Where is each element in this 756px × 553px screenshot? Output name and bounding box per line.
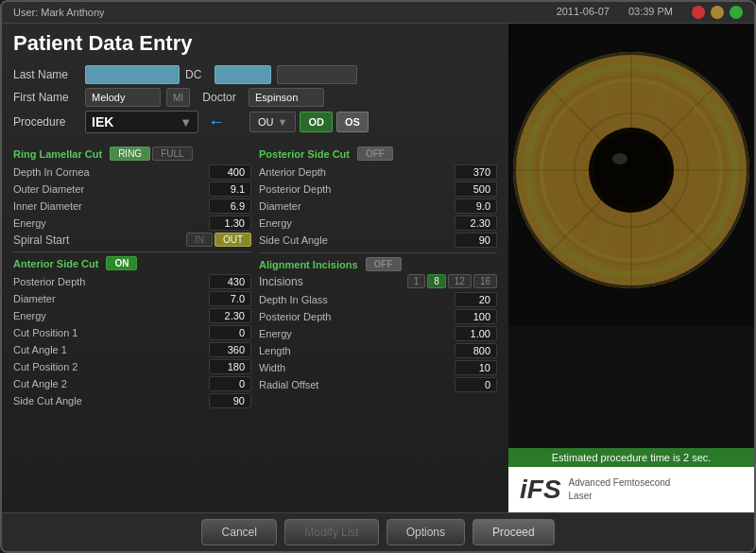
ifs-logo: iFS xyxy=(520,475,561,505)
proceed-button[interactable]: Proceed xyxy=(472,519,555,545)
post-depth-value[interactable]: 500 xyxy=(455,181,497,197)
ant-diameter-value[interactable]: 7.0 xyxy=(209,291,251,306)
spiral-out-btn[interactable]: OUT xyxy=(215,233,251,247)
post-side-cut-angle-row: Side Cut Angle 90 xyxy=(259,232,497,249)
ant-side-cut-angle-value[interactable]: 90 xyxy=(209,393,251,408)
post-depth-label: Posterior Depth xyxy=(259,183,331,195)
ant-post-depth-label: Posterior Depth xyxy=(13,276,85,287)
ring-toggle-btn[interactable]: RING xyxy=(110,147,150,161)
procedure-select[interactable]: IEK ▼ xyxy=(85,111,198,133)
bottom-bar: Cancel Modify List Options Proceed xyxy=(2,512,754,551)
mi-input[interactable] xyxy=(166,88,190,107)
inner-diameter-label: Inner Diameter xyxy=(13,200,82,212)
eye-combo[interactable]: OU ▼ xyxy=(249,112,296,132)
ifs-logo-text: iFS xyxy=(520,475,561,504)
post-side-cut-angle-label: Side Cut Angle xyxy=(259,234,328,246)
ant-depth-value[interactable]: 370 xyxy=(455,164,497,180)
os-button[interactable]: OS xyxy=(336,112,369,132)
svg-point-25 xyxy=(593,132,669,208)
modify-list-button[interactable]: Modify List xyxy=(284,519,378,545)
length-value[interactable]: 800 xyxy=(455,343,497,358)
procedure-time-text: Estimated procedure time is 2 sec. xyxy=(552,452,712,463)
ant-post-depth-value[interactable]: 430 xyxy=(209,274,251,289)
post-energy-label: Energy xyxy=(259,217,292,229)
full-toggle-btn[interactable]: FULL xyxy=(152,147,192,161)
width-value[interactable]: 10 xyxy=(455,360,497,375)
right-panel: Estimated procedure time is 2 sec. iFS A… xyxy=(508,24,754,512)
dc-label: DC xyxy=(185,68,209,81)
last-name-row: Last Name DC 01-16-1966 xyxy=(13,65,497,84)
dob-input[interactable]: 01-16-1966 xyxy=(277,65,357,84)
cut-angle1-row: Cut Angle 1 360 xyxy=(13,341,251,358)
align-post-depth-value[interactable]: 100 xyxy=(455,309,497,324)
sections-container: Ring Lamellar Cut RING FULL Depth In Cor… xyxy=(13,147,497,505)
first-name-row: First Name Doctor xyxy=(13,88,497,107)
procedure-label: Procedure xyxy=(13,115,79,129)
cancel-button[interactable]: Cancel xyxy=(201,519,277,545)
ant-diameter-row: Diameter 7.0 xyxy=(13,290,251,307)
minimize-button[interactable] xyxy=(711,6,724,19)
maximize-button[interactable] xyxy=(730,6,743,19)
cut-angle2-value[interactable]: 0 xyxy=(209,376,251,391)
anterior-header: Anterior Side Cut ON xyxy=(13,256,251,270)
ant-energy-label: Energy xyxy=(13,310,46,321)
outer-diameter-label: Outer Diameter xyxy=(13,183,84,195)
inner-diameter-row: Inner Diameter 6.9 xyxy=(13,198,251,215)
align-energy-label: Energy xyxy=(259,328,292,339)
procedure-row: Procedure IEK ▼ ← OU ▼ OD OS xyxy=(13,111,497,133)
cut-angle2-label: Cut Angle 2 xyxy=(13,378,67,389)
post-diameter-value[interactable]: 9.0 xyxy=(455,199,497,214)
ant-post-depth-row: Posterior Depth 430 xyxy=(13,273,251,290)
main-window: User: Mark Anthony 2011-06-07 03:39 PM P… xyxy=(0,0,756,553)
dc-input[interactable] xyxy=(215,65,271,84)
cut-pos1-value[interactable]: 0 xyxy=(209,325,251,340)
eye-image-container xyxy=(508,24,754,448)
eye-image xyxy=(508,24,754,326)
left-data-section: Ring Lamellar Cut RING FULL Depth In Cor… xyxy=(13,147,251,505)
post-energy-value[interactable]: 2.30 xyxy=(455,216,497,231)
depth-in-cornea-row: Depth In Cornea 400 xyxy=(13,164,251,181)
doctor-label: Doctor xyxy=(196,91,243,104)
alignment-header: Alignment Incisions OFF xyxy=(259,257,497,271)
first-name-input[interactable] xyxy=(85,88,161,107)
cut-pos2-value[interactable]: 180 xyxy=(209,359,251,374)
od-button[interactable]: OD xyxy=(300,112,333,132)
spiral-in-btn[interactable]: IN xyxy=(186,233,213,247)
options-button[interactable]: Options xyxy=(387,519,465,545)
outer-diameter-value[interactable]: 9.1 xyxy=(209,181,251,197)
inc-btn-8[interactable]: 8 xyxy=(427,274,446,288)
page-title: Patient Data Entry xyxy=(13,31,497,56)
spiral-toggle: IN OUT xyxy=(186,233,251,247)
cut-angle1-value[interactable]: 360 xyxy=(209,342,251,357)
post-energy-row: Energy 2.30 xyxy=(259,215,497,232)
ant-diameter-label: Diameter xyxy=(13,293,56,304)
posterior-header: Posterior Side Cut OFF xyxy=(259,147,497,161)
energy-ring-value[interactable]: 1.30 xyxy=(209,216,251,231)
align-post-depth-row: Posterior Depth 100 xyxy=(259,308,497,325)
depth-glass-row: Depth In Glass 20 xyxy=(259,291,497,308)
inc-btn-16[interactable]: 16 xyxy=(473,274,497,288)
ant-energy-row: Energy 2.30 xyxy=(13,307,251,324)
inner-diameter-value[interactable]: 6.9 xyxy=(209,199,251,214)
post-side-cut-angle-value[interactable]: 90 xyxy=(455,233,497,248)
radial-offset-value[interactable]: 0 xyxy=(455,377,497,392)
ant-energy-value[interactable]: 2.30 xyxy=(209,308,251,323)
doctor-input[interactable] xyxy=(249,88,324,107)
inc-btn-1[interactable]: 1 xyxy=(407,274,426,288)
inc-btn-12[interactable]: 12 xyxy=(448,274,472,288)
depth-glass-value[interactable]: 20 xyxy=(455,292,497,307)
last-name-input[interactable] xyxy=(85,65,180,84)
procedure-time-bar: Estimated procedure time is 2 sec. xyxy=(508,448,754,467)
energy-ring-row: Energy 1.30 xyxy=(13,215,251,232)
divider1 xyxy=(13,251,251,252)
depth-in-cornea-value[interactable]: 400 xyxy=(209,164,251,180)
procedure-value: IEK xyxy=(92,114,113,130)
date-label: 2011-06-07 xyxy=(557,6,610,19)
user-label: User: Mark Anthony xyxy=(13,7,105,18)
close-button[interactable] xyxy=(692,6,705,19)
eye-selector: OU ▼ OD OS xyxy=(249,112,369,132)
ant-depth-label: Anterior Depth xyxy=(259,166,326,178)
cut-pos1-label: Cut Position 1 xyxy=(13,327,77,338)
align-energy-value[interactable]: 1.00 xyxy=(455,326,497,341)
ifs-branding: iFS Advanced FemtosecondLaser xyxy=(508,467,754,512)
